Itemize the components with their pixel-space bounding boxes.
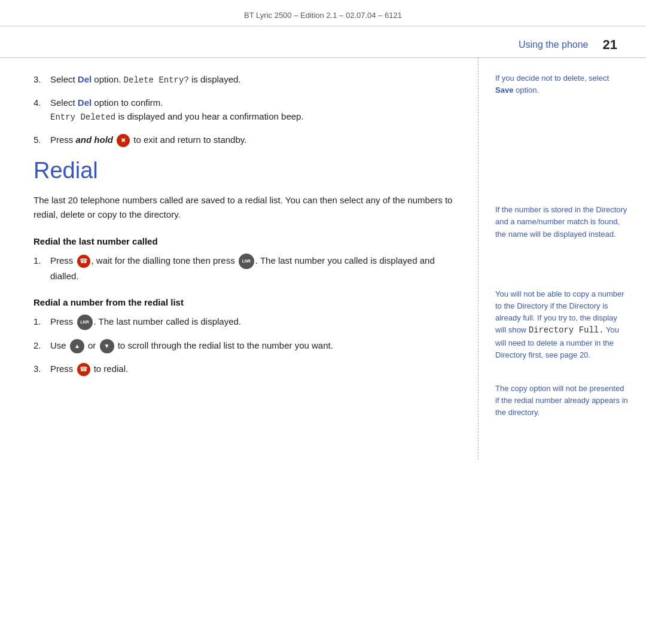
- intro-steps-list: 3. Select Del option. Delete Entry? is d…: [33, 72, 459, 147]
- step-rl2-content: Use or to scroll through the redial list…: [50, 338, 459, 353]
- and-hold-text: and hold: [76, 135, 114, 145]
- list-item: 3. Press to redial.: [33, 362, 459, 376]
- content-area: 3. Select Del option. Delete Entry? is d…: [0, 58, 646, 460]
- entry-deleted-display: Entry Deleted: [50, 112, 115, 122]
- list-item: 5. Press and hold to exit and return to …: [33, 133, 459, 147]
- page-header: BT Lyric 2500 – Edition 2.1 – 02.07.04 –…: [0, 0, 646, 26]
- del-keyword-2: Del: [78, 97, 92, 108]
- step-rl1-content: Press . The last number called is displa…: [50, 315, 459, 330]
- list-item: 1. Press . The last number called is dis…: [33, 315, 459, 330]
- sidebar-note-3: You will not be able to copy a number to…: [495, 288, 629, 361]
- delete-entry-display: Delete Entry?: [124, 75, 189, 85]
- sidebar-note-2-text: If the number is stored in the Directory…: [495, 205, 627, 238]
- main-content: 3. Select Del option. Delete Entry? is d…: [0, 58, 479, 460]
- header-title: BT Lyric 2500 – Edition 2.1 – 02.07.04 –…: [244, 11, 402, 20]
- page-number: 21: [603, 37, 617, 53]
- lnr-icon: [239, 254, 254, 269]
- step-num: 1.: [33, 254, 50, 267]
- phone-icon: [77, 255, 90, 268]
- sidebar-note-1: If you decide not to delete, select Save…: [495, 72, 629, 96]
- sidebar-note-2: If the number is stored in the Directory…: [495, 204, 629, 240]
- top-right-header: Using the phone 21: [0, 26, 646, 58]
- list-item: 3. Select Del option. Delete Entry? is d…: [33, 72, 459, 87]
- step-num: 2.: [33, 338, 50, 352]
- step-num: 1.: [33, 315, 50, 328]
- step-num: 3.: [33, 72, 50, 86]
- section-label: Using the phone: [519, 39, 589, 50]
- sub-heading-2: Redial a number from the redial list: [33, 297, 459, 307]
- step-rl3-content: Press to redial.: [50, 362, 459, 376]
- step-num: 5.: [33, 133, 50, 146]
- step-num: 4.: [33, 96, 50, 109]
- sidebar-note-4: The copy option will not be presented if…: [495, 383, 629, 419]
- sidebar-note-4-text: The copy option will not be presented if…: [495, 384, 628, 417]
- list-item: 4. Select Del option to confirm. Entry D…: [33, 96, 459, 124]
- step-4-content: Select Del option to confirm. Entry Dele…: [50, 96, 459, 124]
- lnr-icon-2: [77, 315, 93, 330]
- redial-last-steps-list: 1. Press , wait for the dialling tone th…: [33, 254, 459, 283]
- step-num: 3.: [33, 362, 50, 376]
- sidebar: If you decide not to delete, select Save…: [479, 58, 646, 460]
- end-call-icon: [117, 134, 130, 147]
- list-item: 1. Press , wait for the dialling tone th…: [33, 254, 459, 283]
- redial-paragraph: The last 20 telephone numbers called are…: [33, 193, 459, 222]
- step-3-content: Select Del option. Delete Entry? is disp…: [50, 72, 459, 87]
- step-5-content: Press and hold to exit and return to sta…: [50, 133, 459, 147]
- list-item: 2. Use or to scroll through the redial l…: [33, 338, 459, 353]
- up-arrow-icon: [70, 339, 84, 353]
- directory-full-display: Directory Full.: [529, 325, 604, 335]
- redial-list-steps-list: 1. Press . The last number called is dis…: [33, 315, 459, 376]
- phone-icon-2: [77, 363, 90, 376]
- sub-heading-1: Redial the last number called: [33, 236, 459, 246]
- step-r1-content: Press , wait for the dialling tone then …: [50, 254, 459, 283]
- save-keyword: Save: [495, 86, 513, 94]
- redial-heading: Redial: [33, 158, 459, 184]
- del-keyword: Del: [78, 74, 92, 84]
- down-arrow-icon: [100, 339, 114, 353]
